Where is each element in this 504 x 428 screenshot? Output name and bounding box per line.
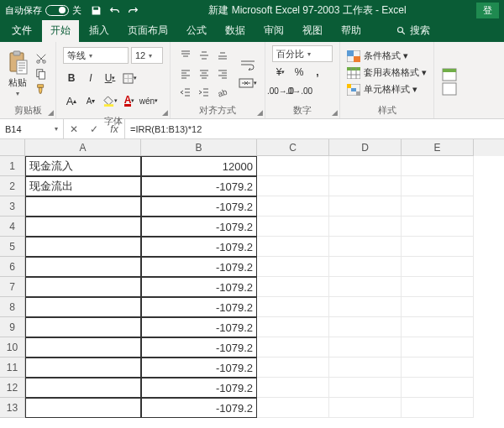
align-bottom-button[interactable] xyxy=(214,47,231,64)
cell-E9[interactable] xyxy=(402,317,474,337)
indent-increase-button[interactable] xyxy=(196,84,213,101)
formula-input[interactable]: =IRR(B1:B13)*12 xyxy=(125,119,504,138)
tab-home[interactable]: 开始 xyxy=(42,20,79,42)
tab-data[interactable]: 数据 xyxy=(217,20,254,42)
cell-A12[interactable] xyxy=(25,378,141,398)
comma-button[interactable]: , xyxy=(309,64,326,81)
cell-C12[interactable] xyxy=(257,378,329,398)
cell-B6[interactable]: -1079.2 xyxy=(141,257,257,277)
row-header[interactable]: 6 xyxy=(0,257,25,277)
cell-A8[interactable] xyxy=(25,297,141,317)
cell-A9[interactable] xyxy=(25,317,141,337)
row-header[interactable]: 13 xyxy=(0,398,25,418)
cell-C11[interactable] xyxy=(257,358,329,378)
merge-button[interactable]: ▾ xyxy=(238,75,258,91)
cell-A10[interactable] xyxy=(25,337,141,358)
row-header[interactable]: 8 xyxy=(0,297,25,317)
chevron-down-icon[interactable]: ▾ xyxy=(55,125,58,133)
table-format-button[interactable]: 套用表格格式 ▾ xyxy=(347,65,427,80)
tab-help[interactable]: 帮助 xyxy=(333,20,370,42)
currency-button[interactable]: ¥▾ xyxy=(272,64,289,81)
row-header[interactable]: 3 xyxy=(0,196,25,217)
cell-B1[interactable]: 12000 xyxy=(141,156,257,176)
cell-E2[interactable] xyxy=(402,176,474,196)
row-header[interactable]: 5 xyxy=(0,237,25,257)
cell-A13[interactable] xyxy=(25,398,141,418)
align-middle-button[interactable] xyxy=(196,47,213,64)
underline-button[interactable]: U▾ xyxy=(102,70,118,86)
cell-D9[interactable] xyxy=(329,317,402,337)
cell-D11[interactable] xyxy=(329,358,402,378)
font-increase-button[interactable]: A▴ xyxy=(63,92,80,109)
dialog-launcher-icon[interactable]: ◢ xyxy=(257,108,263,117)
cell-C5[interactable] xyxy=(257,237,329,257)
row-header[interactable]: 9 xyxy=(0,317,25,337)
conditional-format-button[interactable]: 条件格式 ▾ xyxy=(347,49,427,63)
cell-D1[interactable] xyxy=(329,156,402,176)
name-box[interactable]: B14 ▾ xyxy=(0,119,64,138)
cell-E12[interactable] xyxy=(402,378,474,398)
italic-button[interactable]: I xyxy=(82,70,99,86)
decrease-decimal-button[interactable]: .0→.00 xyxy=(291,82,307,99)
cell-style-button[interactable]: 单元格样式 ▾ xyxy=(347,82,427,97)
cell-D2[interactable] xyxy=(329,176,402,196)
column-header-B[interactable]: B xyxy=(141,139,257,156)
cell-E7[interactable] xyxy=(402,277,474,297)
column-header-D[interactable]: D xyxy=(329,139,402,156)
dialog-launcher-icon[interactable]: ◢ xyxy=(162,108,168,117)
cell-D4[interactable] xyxy=(329,217,402,237)
column-header-A[interactable]: A xyxy=(25,139,141,156)
cell-A11[interactable] xyxy=(25,358,141,378)
cell-C10[interactable] xyxy=(257,337,329,358)
fill-color-button[interactable]: ▾ xyxy=(102,92,118,109)
cell-D7[interactable] xyxy=(329,277,402,297)
cell-B4[interactable]: -1079.2 xyxy=(141,217,257,237)
cell-A1[interactable]: 现金流入 xyxy=(25,156,141,176)
tab-search[interactable]: 搜索 xyxy=(388,20,438,42)
tab-view[interactable]: 视图 xyxy=(294,20,331,42)
login-button[interactable]: 登 xyxy=(476,3,499,18)
cell-E13[interactable] xyxy=(402,398,474,418)
cell-A7[interactable] xyxy=(25,277,141,297)
cell-D13[interactable] xyxy=(329,398,402,418)
bold-button[interactable]: B xyxy=(63,70,80,86)
font-decrease-button[interactable]: A▾ xyxy=(82,92,99,109)
row-header[interactable]: 2 xyxy=(0,176,25,196)
border-button[interactable]: ▾ xyxy=(121,70,138,86)
cell-A5[interactable] xyxy=(25,237,141,257)
phonetic-button[interactable]: wén▾ xyxy=(140,92,157,109)
cell-B7[interactable]: -1079.2 xyxy=(141,277,257,297)
cell-E4[interactable] xyxy=(402,217,474,237)
cell-B8[interactable]: -1079.2 xyxy=(141,297,257,317)
align-top-button[interactable] xyxy=(177,47,194,64)
cell-D6[interactable] xyxy=(329,257,402,277)
copy-button[interactable] xyxy=(34,67,49,81)
dialog-launcher-icon[interactable]: ◢ xyxy=(332,108,338,117)
tab-formula[interactable]: 公式 xyxy=(178,20,215,42)
cell-D10[interactable] xyxy=(329,337,402,358)
row-header[interactable]: 11 xyxy=(0,358,25,378)
cell-B3[interactable]: -1079.2 xyxy=(141,196,257,217)
cell-C9[interactable] xyxy=(257,317,329,337)
cell-A2[interactable]: 现金流出 xyxy=(25,176,141,196)
cell-C4[interactable] xyxy=(257,217,329,237)
format-painter-button[interactable] xyxy=(34,82,49,96)
align-left-button[interactable] xyxy=(177,65,194,82)
row-header[interactable]: 1 xyxy=(0,156,25,176)
cell-C7[interactable] xyxy=(257,277,329,297)
cell-E1[interactable] xyxy=(402,156,474,176)
cell-C13[interactable] xyxy=(257,398,329,418)
cell-C1[interactable] xyxy=(257,156,329,176)
cell-E5[interactable] xyxy=(402,237,474,257)
align-right-button[interactable] xyxy=(214,65,231,82)
align-center-button[interactable] xyxy=(196,65,213,82)
row-header[interactable]: 7 xyxy=(0,277,25,297)
cell-C6[interactable] xyxy=(257,257,329,277)
cell-E8[interactable] xyxy=(402,297,474,317)
cell-E11[interactable] xyxy=(402,358,474,378)
toggle-switch[interactable] xyxy=(45,5,69,16)
cell-B5[interactable]: -1079.2 xyxy=(141,237,257,257)
indent-decrease-button[interactable] xyxy=(177,84,194,101)
undo-icon[interactable] xyxy=(108,4,120,16)
cell-A3[interactable] xyxy=(25,196,141,217)
